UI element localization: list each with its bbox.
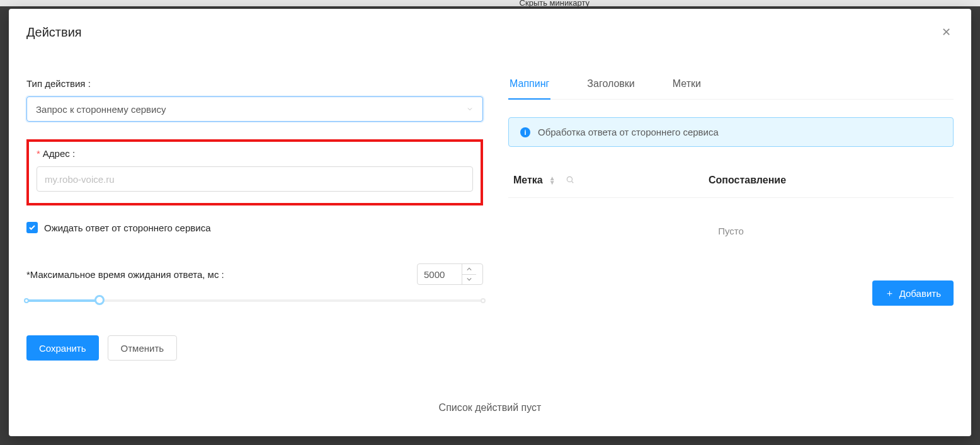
- close-button[interactable]: ✕: [939, 23, 954, 42]
- search-icon[interactable]: [566, 175, 574, 186]
- sort-icon[interactable]: ▲▼: [549, 176, 556, 185]
- wait-response-checkbox[interactable]: [26, 222, 38, 233]
- timeout-step-down[interactable]: [462, 275, 476, 285]
- tab-tags[interactable]: Метки: [671, 78, 702, 99]
- modal-title: Действия: [26, 25, 82, 40]
- required-marker: *: [37, 148, 40, 159]
- address-highlight-box: *Адрес :: [26, 139, 483, 205]
- chevron-down-icon: [466, 104, 474, 115]
- tab-headers[interactable]: Заголовки: [586, 78, 635, 99]
- wait-response-label: Ожидать ответ от стороннего сервиса: [44, 222, 210, 233]
- backdrop-minimap-hint: Скрыть миникарту: [520, 0, 590, 8]
- address-input[interactable]: [37, 166, 473, 192]
- action-type-select[interactable]: Запрос к стороннему сервису: [26, 96, 483, 122]
- add-button[interactable]: ＋ Добавить: [872, 280, 954, 306]
- plus-icon: ＋: [885, 287, 894, 299]
- address-label: *Адрес :: [37, 148, 473, 159]
- svg-point-0: [567, 176, 572, 182]
- slider-handle[interactable]: [94, 295, 105, 305]
- left-column: Тип действия : Запрос к стороннему серви…: [26, 78, 483, 378]
- slider-start-dot: [24, 298, 29, 303]
- timeout-input-wrap: [417, 263, 483, 285]
- info-icon: i: [520, 127, 530, 137]
- action-type-label: Тип действия :: [26, 78, 483, 89]
- actions-modal: Действия ✕ Тип действия : Запрос к сторо…: [9, 9, 971, 436]
- timeout-input[interactable]: [418, 269, 462, 280]
- timeout-step-up[interactable]: [462, 264, 476, 275]
- save-button[interactable]: Сохранить: [26, 335, 99, 361]
- slider-fill: [26, 299, 100, 302]
- col-match-header: Сопоставление: [709, 175, 786, 185]
- action-type-value: Запрос к стороннему сервису: [36, 104, 166, 115]
- cancel-button[interactable]: Отменить: [108, 335, 178, 361]
- add-button-label: Добавить: [899, 288, 941, 299]
- mapping-empty-text: Пусто: [508, 198, 954, 255]
- right-column: Маппинг Заголовки Метки i Обработка отве…: [508, 78, 954, 378]
- svg-line-1: [571, 181, 573, 183]
- alert-text: Обработка ответа от стороннего сервиса: [538, 127, 719, 137]
- modal-header: Действия ✕: [9, 9, 971, 53]
- mapping-table-header: Метка ▲▼ Сопоставление: [508, 175, 954, 198]
- tabs: Маппинг Заголовки Метки: [508, 78, 954, 100]
- col-label-header[interactable]: Метка: [513, 175, 543, 186]
- wait-response-checkbox-row[interactable]: Ожидать ответ от стороннего сервиса: [26, 222, 483, 233]
- actions-list-empty: Список действий пуст: [9, 391, 971, 436]
- slider-end-dot: [481, 298, 486, 303]
- info-alert: i Обработка ответа от стороннего сервиса: [508, 117, 954, 147]
- timeout-label: *Максимальное время ожидания ответа, мс …: [26, 269, 224, 280]
- tab-mapping[interactable]: Маппинг: [508, 78, 550, 100]
- timeout-slider[interactable]: [26, 296, 483, 305]
